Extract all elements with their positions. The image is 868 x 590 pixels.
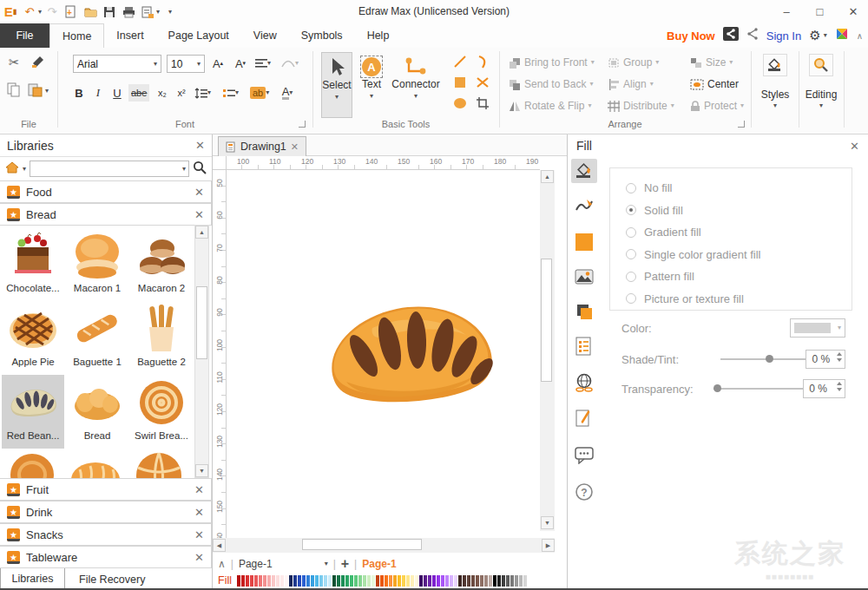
palette-swatch[interactable] (263, 575, 266, 587)
search-icon[interactable] (193, 161, 207, 177)
palette-swatch[interactable] (311, 575, 314, 587)
transparency-slider[interactable] (713, 388, 804, 390)
redo-icon[interactable]: ↷ (43, 3, 61, 21)
palette-swatch[interactable] (510, 575, 514, 587)
palette-swatch[interactable] (445, 575, 449, 587)
library-item-swirl-bread[interactable]: Swirl Brea... (130, 375, 193, 449)
sign-in-link[interactable]: Sign In (766, 30, 801, 43)
text-tool-button[interactable]: A Text▾ (356, 52, 387, 118)
font-family-select[interactable]: Arial▾ (73, 55, 161, 73)
canvas-vertical-scrollbar[interactable]: ▲ ▼ (540, 170, 555, 531)
library-item-macaron-2[interactable]: Macaron 2 (130, 227, 193, 301)
subscript-button[interactable]: x₂ (155, 84, 170, 102)
undo-icon[interactable]: ↶ (21, 3, 38, 21)
scroll-down-icon[interactable]: ▼ (541, 516, 554, 529)
scroll-left-icon[interactable]: ◀ (213, 539, 226, 552)
palette-swatch[interactable] (432, 575, 436, 587)
paste-dropdown-icon[interactable]: ▾ (45, 88, 49, 95)
section-tableware[interactable]: ★ Tableware ✕ (0, 546, 212, 568)
group-button[interactable]: Group▾ (608, 55, 659, 70)
arc-tool-icon[interactable] (476, 55, 490, 72)
scroll-down-icon[interactable]: ▼ (195, 464, 208, 477)
drawing-canvas[interactable] (227, 170, 540, 538)
tab-symbols[interactable]: Symbols (289, 23, 355, 48)
fill-bucket-icon[interactable] (571, 159, 597, 183)
palette-swatch[interactable] (302, 575, 306, 587)
share-box-icon[interactable] (723, 27, 739, 44)
palette-swatch[interactable] (276, 575, 279, 587)
palette-swatch[interactable] (480, 575, 483, 587)
shrink-font-button[interactable]: A▾ (233, 55, 248, 72)
paste-icon[interactable] (28, 82, 43, 101)
palette-swatch[interactable] (406, 575, 410, 587)
tab-insert[interactable]: Insert (104, 23, 155, 48)
brand-pinwheel-icon[interactable] (835, 27, 849, 44)
font-size-select[interactable]: 10▾ (167, 55, 205, 73)
radio-icon[interactable] (626, 205, 636, 215)
spin-down-icon[interactable] (837, 388, 842, 391)
palette-swatch[interactable] (393, 575, 397, 587)
radio-icon[interactable] (626, 272, 636, 282)
export-dropdown-icon[interactable]: ▾ (156, 9, 160, 16)
library-item-apple-pie[interactable]: Apple Pie (2, 301, 64, 375)
palette-swatch[interactable] (246, 575, 249, 587)
option-picture-texture-fill[interactable]: Picture or texture fill (626, 288, 852, 311)
text-highlight-button[interactable]: ab▾ (250, 84, 269, 102)
strikethrough-button[interactable]: abe (128, 84, 149, 102)
open-folder-icon[interactable] (82, 3, 99, 21)
tab-libraries[interactable]: Libraries (0, 568, 65, 590)
palette-swatch[interactable] (280, 575, 284, 587)
library-item-chocolate-cake[interactable]: Chocolate... (2, 227, 64, 301)
section-food-close-icon[interactable]: ✕ (194, 186, 204, 199)
palette-swatch[interactable] (506, 575, 510, 587)
palette-swatch[interactable] (332, 575, 336, 587)
print-icon[interactable] (120, 3, 137, 21)
tab-page-layout[interactable]: Page Layout (156, 23, 241, 48)
fill-panel-close-icon[interactable]: ✕ (850, 140, 859, 153)
scroll-up-icon[interactable]: ▲ (195, 226, 208, 239)
palette-swatch[interactable] (458, 575, 462, 587)
page-properties-icon[interactable] (571, 334, 597, 358)
palette-swatch[interactable] (389, 575, 392, 587)
page-selector[interactable]: Page-1 (239, 558, 273, 570)
protect-button[interactable]: Protect▾ (690, 98, 744, 114)
italic-button[interactable]: I (90, 84, 106, 102)
palette-swatch[interactable] (337, 575, 340, 587)
page-tab-page1[interactable]: Page-1 (362, 558, 396, 570)
superscript-button[interactable]: x² (174, 84, 189, 102)
palette-swatch[interactable] (489, 575, 492, 587)
tab-file-recovery[interactable]: File Recovery (65, 568, 145, 590)
spin-up-icon[interactable] (837, 382, 842, 385)
freehand-tool-icon[interactable] (476, 75, 490, 93)
library-item-macaron-1[interactable]: Macaron 1 (66, 227, 128, 301)
palette-swatch[interactable] (428, 575, 431, 587)
section-tableware-close-icon[interactable]: ✕ (194, 551, 204, 564)
palette-swatch[interactable] (358, 575, 362, 587)
fill-color-dropdown[interactable]: ▾ (790, 318, 845, 338)
scroll-up-icon[interactable]: ▲ (541, 170, 554, 183)
palette-swatch[interactable] (523, 575, 527, 587)
palette-swatch[interactable] (324, 575, 327, 587)
palette-swatch[interactable] (454, 575, 457, 587)
hyperlink-globe-icon[interactable] (571, 370, 597, 395)
palette-swatch[interactable] (272, 575, 275, 587)
palette-swatch[interactable] (415, 575, 418, 587)
font-dialog-launcher[interactable] (299, 121, 306, 128)
tab-file[interactable]: File (0, 23, 49, 48)
option-gradient-fill[interactable]: Gradient fill (626, 221, 852, 244)
settings-dropdown-icon[interactable]: ▾ (824, 32, 827, 39)
library-scrollbar[interactable]: ▲ ▼ (194, 225, 209, 478)
palette-swatch[interactable] (350, 575, 353, 587)
palette-swatch[interactable] (289, 575, 293, 587)
center-button[interactable]: Center (690, 76, 739, 92)
palette-swatch[interactable] (328, 575, 332, 587)
palette-swatch[interactable] (398, 575, 401, 587)
section-fruit-close-icon[interactable]: ✕ (194, 483, 204, 496)
transparency-value[interactable]: 0 % (803, 379, 845, 398)
section-drink[interactable]: ★ Drink ✕ (0, 501, 212, 523)
shade-tint-value[interactable]: 0 % (806, 350, 845, 369)
radio-icon[interactable] (626, 183, 636, 193)
picture-icon[interactable] (571, 265, 597, 289)
palette-swatch[interactable] (467, 575, 470, 587)
quick-color-icon[interactable] (571, 230, 597, 254)
